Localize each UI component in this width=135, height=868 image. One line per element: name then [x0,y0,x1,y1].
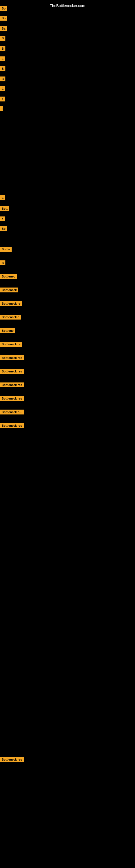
badge-2: Bo [0,16,7,22]
badge-20: Bottleneck re [0,301,22,307]
badge-30: Bottleneck res [0,757,24,763]
badge-19: Bottleneck [0,287,18,293]
badge-22: Bottlene [0,328,15,334]
badge-25: Bottleneck res [0,369,24,375]
badge-23: Bottleneck re [0,342,22,348]
badge-24: Bottleneck res [0,355,24,361]
badge-27: Bottleneck res [0,396,24,402]
badge-3: Ba [0,26,7,32]
badge-12: E [0,195,5,201]
badge-26: Bottleneck res [0,382,24,389]
badge-21: Bottleneck e [0,315,21,321]
badge-16: Bottle [0,247,12,253]
badge-18: Bottlenec [0,274,17,280]
site-title: TheBottlenecker.com [0,1,135,10]
badge-28: Bottleneck resu [0,410,24,415]
badge-13: Bott [0,206,9,212]
badge-9: E [0,86,5,92]
badge-4: B [0,36,5,42]
badge-10: s [0,97,5,102]
badge-7: B [0,66,5,72]
badge-1: Bo [0,6,7,12]
badge-14: c [0,216,5,222]
badge-17: B [0,260,5,267]
badge-15: Bo [0,226,7,232]
badge-6: E [0,56,5,62]
badge-11: | [0,106,2,112]
badge-8: B [0,76,5,83]
badge-29: Bottleneck res [0,423,24,429]
badge-5: B [0,46,5,52]
